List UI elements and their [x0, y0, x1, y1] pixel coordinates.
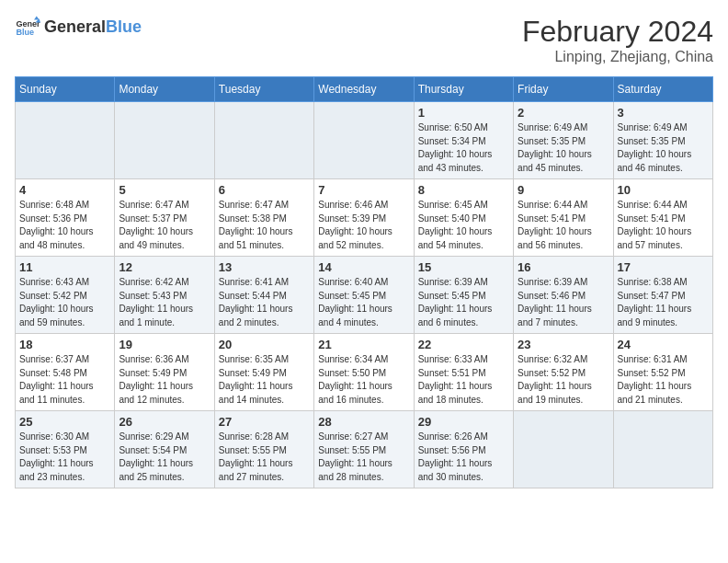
calendar-cell: 3Sunrise: 6:49 AMSunset: 5:35 PMDaylight…	[613, 102, 712, 179]
day-number: 14	[318, 260, 409, 274]
day-number: 16	[518, 260, 609, 274]
calendar-cell: 12Sunrise: 6:42 AMSunset: 5:43 PMDayligh…	[115, 257, 214, 334]
location-title: Linping, Zhejiang, China	[522, 49, 713, 65]
day-number: 17	[618, 260, 709, 274]
day-number: 13	[219, 260, 310, 274]
calendar-cell: 17Sunrise: 6:38 AMSunset: 5:47 PMDayligh…	[613, 257, 712, 334]
day-number: 24	[618, 338, 709, 351]
day-info: Sunrise: 6:40 AMSunset: 5:45 PMDaylight:…	[318, 276, 409, 329]
day-number: 19	[119, 338, 210, 351]
day-number: 29	[418, 415, 509, 429]
day-info: Sunrise: 6:38 AMSunset: 5:47 PMDaylight:…	[618, 276, 709, 329]
calendar-cell: 4Sunrise: 6:48 AMSunset: 5:36 PMDaylight…	[16, 179, 115, 257]
day-number: 1	[418, 106, 509, 120]
calendar-cell	[214, 102, 313, 179]
calendar-cell	[314, 102, 414, 179]
day-number: 26	[119, 415, 210, 429]
calendar-cell: 10Sunrise: 6:44 AMSunset: 5:41 PMDayligh…	[613, 179, 712, 257]
day-number: 4	[19, 183, 110, 197]
calendar-cell: 25Sunrise: 6:30 AMSunset: 5:53 PMDayligh…	[16, 411, 115, 488]
calendar-table: SundayMondayTuesdayWednesdayThursdayFrid…	[15, 76, 713, 488]
day-info: Sunrise: 6:34 AMSunset: 5:50 PMDaylight:…	[318, 353, 409, 407]
calendar-cell: 19Sunrise: 6:36 AMSunset: 5:49 PMDayligh…	[115, 334, 214, 411]
day-info: Sunrise: 6:26 AMSunset: 5:56 PMDaylight:…	[418, 431, 509, 484]
day-number: 15	[418, 260, 509, 274]
day-number: 7	[318, 183, 409, 197]
day-number: 22	[418, 338, 509, 351]
calendar-cell: 5Sunrise: 6:47 AMSunset: 5:37 PMDaylight…	[115, 179, 214, 257]
weekday-header-saturday: Saturday	[613, 77, 712, 102]
weekday-header-wednesday: Wednesday	[314, 77, 414, 102]
day-number: 18	[19, 338, 110, 351]
weekday-header-friday: Friday	[514, 77, 613, 102]
day-info: Sunrise: 6:50 AMSunset: 5:34 PMDaylight:…	[418, 121, 509, 175]
day-info: Sunrise: 6:39 AMSunset: 5:45 PMDaylight:…	[418, 276, 509, 329]
week-row-3: 11Sunrise: 6:43 AMSunset: 5:42 PMDayligh…	[16, 257, 713, 334]
calendar-cell: 27Sunrise: 6:28 AMSunset: 5:55 PMDayligh…	[214, 411, 313, 488]
calendar-cell	[16, 102, 115, 179]
day-info: Sunrise: 6:33 AMSunset: 5:51 PMDaylight:…	[418, 353, 509, 407]
calendar-cell: 7Sunrise: 6:46 AMSunset: 5:39 PMDaylight…	[314, 179, 414, 257]
day-number: 8	[418, 183, 509, 197]
calendar-cell: 18Sunrise: 6:37 AMSunset: 5:48 PMDayligh…	[16, 334, 115, 411]
day-number: 3	[618, 106, 709, 120]
day-info: Sunrise: 6:28 AMSunset: 5:55 PMDaylight:…	[219, 431, 310, 484]
day-number: 2	[518, 106, 609, 120]
day-number: 28	[318, 415, 409, 429]
day-info: Sunrise: 6:41 AMSunset: 5:44 PMDaylight:…	[219, 276, 310, 329]
day-info: Sunrise: 6:31 AMSunset: 5:52 PMDaylight:…	[618, 353, 709, 407]
day-number: 27	[219, 415, 310, 429]
day-info: Sunrise: 6:47 AMSunset: 5:37 PMDaylight:…	[119, 199, 210, 252]
calendar-cell: 13Sunrise: 6:41 AMSunset: 5:44 PMDayligh…	[214, 257, 313, 334]
day-info: Sunrise: 6:37 AMSunset: 5:48 PMDaylight:…	[19, 353, 110, 407]
svg-text:General: General	[16, 19, 40, 29]
calendar-cell: 29Sunrise: 6:26 AMSunset: 5:56 PMDayligh…	[414, 411, 513, 488]
day-info: Sunrise: 6:39 AMSunset: 5:46 PMDaylight:…	[518, 276, 609, 329]
day-info: Sunrise: 6:48 AMSunset: 5:36 PMDaylight:…	[19, 199, 110, 252]
day-number: 9	[518, 183, 609, 197]
logo: General Blue GeneralBlue	[15, 15, 142, 40]
day-info: Sunrise: 6:49 AMSunset: 5:35 PMDaylight:…	[618, 121, 709, 175]
month-title: February 2024	[522, 15, 713, 49]
calendar-cell: 20Sunrise: 6:35 AMSunset: 5:49 PMDayligh…	[214, 334, 313, 411]
calendar-cell: 15Sunrise: 6:39 AMSunset: 5:45 PMDayligh…	[414, 257, 513, 334]
week-row-4: 18Sunrise: 6:37 AMSunset: 5:48 PMDayligh…	[16, 334, 713, 411]
week-row-1: 1Sunrise: 6:50 AMSunset: 5:34 PMDaylight…	[16, 102, 713, 179]
weekday-header-sunday: Sunday	[16, 77, 115, 102]
calendar-cell	[115, 102, 214, 179]
calendar-cell: 2Sunrise: 6:49 AMSunset: 5:35 PMDaylight…	[514, 102, 613, 179]
day-info: Sunrise: 6:36 AMSunset: 5:49 PMDaylight:…	[119, 353, 210, 407]
weekday-header-monday: Monday	[115, 77, 214, 102]
weekday-header-row: SundayMondayTuesdayWednesdayThursdayFrid…	[16, 77, 713, 102]
day-info: Sunrise: 6:45 AMSunset: 5:40 PMDaylight:…	[418, 199, 509, 252]
day-number: 12	[119, 260, 210, 274]
day-info: Sunrise: 6:49 AMSunset: 5:35 PMDaylight:…	[518, 121, 609, 175]
calendar-cell: 11Sunrise: 6:43 AMSunset: 5:42 PMDayligh…	[16, 257, 115, 334]
day-info: Sunrise: 6:29 AMSunset: 5:54 PMDaylight:…	[119, 431, 210, 484]
calendar-cell: 16Sunrise: 6:39 AMSunset: 5:46 PMDayligh…	[514, 257, 613, 334]
day-number: 11	[19, 260, 110, 274]
day-info: Sunrise: 6:35 AMSunset: 5:49 PMDaylight:…	[219, 353, 310, 407]
day-info: Sunrise: 6:43 AMSunset: 5:42 PMDaylight:…	[19, 276, 110, 329]
weekday-header-thursday: Thursday	[414, 77, 513, 102]
day-info: Sunrise: 6:47 AMSunset: 5:38 PMDaylight:…	[219, 199, 310, 252]
week-row-2: 4Sunrise: 6:48 AMSunset: 5:36 PMDaylight…	[16, 179, 713, 257]
day-info: Sunrise: 6:42 AMSunset: 5:43 PMDaylight:…	[119, 276, 210, 329]
day-info: Sunrise: 6:44 AMSunset: 5:41 PMDaylight:…	[618, 199, 709, 252]
day-info: Sunrise: 6:30 AMSunset: 5:53 PMDaylight:…	[19, 431, 110, 484]
day-info: Sunrise: 6:46 AMSunset: 5:39 PMDaylight:…	[318, 199, 409, 252]
day-number: 10	[618, 183, 709, 197]
calendar-cell: 22Sunrise: 6:33 AMSunset: 5:51 PMDayligh…	[414, 334, 513, 411]
calendar-cell	[514, 411, 613, 488]
calendar-cell: 23Sunrise: 6:32 AMSunset: 5:52 PMDayligh…	[514, 334, 613, 411]
page-header: General Blue GeneralBlue February 2024 L…	[15, 15, 713, 65]
calendar-cell: 8Sunrise: 6:45 AMSunset: 5:40 PMDaylight…	[414, 179, 513, 257]
day-info: Sunrise: 6:44 AMSunset: 5:41 PMDaylight:…	[518, 199, 609, 252]
weekday-header-tuesday: Tuesday	[214, 77, 313, 102]
logo-text-line1: GeneralBlue	[44, 18, 142, 37]
day-number: 20	[219, 338, 310, 351]
calendar-cell: 28Sunrise: 6:27 AMSunset: 5:55 PMDayligh…	[314, 411, 414, 488]
day-info: Sunrise: 6:27 AMSunset: 5:55 PMDaylight:…	[318, 431, 409, 484]
day-info: Sunrise: 6:32 AMSunset: 5:52 PMDaylight:…	[518, 353, 609, 407]
calendar-cell: 14Sunrise: 6:40 AMSunset: 5:45 PMDayligh…	[314, 257, 414, 334]
